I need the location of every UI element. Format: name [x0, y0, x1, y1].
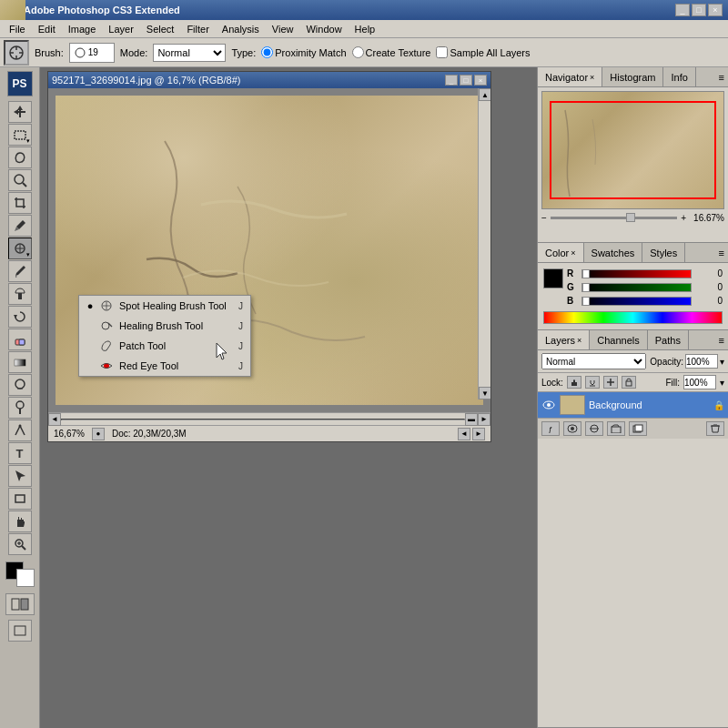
hand-tool[interactable] — [8, 511, 32, 532]
eraser-tool[interactable] — [8, 329, 32, 350]
menu-layer[interactable]: Layer — [103, 22, 139, 36]
menu-view[interactable]: View — [267, 22, 299, 36]
menu-filter[interactable]: Filter — [181, 22, 214, 36]
g-slider[interactable] — [581, 283, 692, 292]
lock-pixels-btn[interactable] — [585, 376, 600, 389]
layer-mask-btn[interactable] — [563, 421, 581, 436]
scroll-down[interactable]: ▼ — [479, 387, 490, 399]
navigator-options[interactable]: ≡ — [719, 72, 728, 83]
left-toolbar: PS ▾ — [0, 67, 40, 728]
tab-histogram[interactable]: Histogram — [602, 67, 663, 86]
delete-layer-btn[interactable] — [706, 421, 724, 436]
minimize-button[interactable]: _ — [675, 4, 690, 16]
opacity-arrow[interactable]: ▾ — [720, 357, 724, 367]
dodge-tool[interactable] — [8, 397, 32, 419]
scroll-up[interactable]: ▲ — [479, 88, 490, 101]
lock-position-btn[interactable] — [603, 376, 618, 389]
doc-minimize[interactable]: _ — [445, 75, 458, 86]
path-select-tool[interactable] — [8, 465, 32, 487]
color-close[interactable]: × — [571, 248, 575, 258]
r-slider[interactable] — [581, 269, 692, 278]
lock-all-btn[interactable] — [622, 376, 636, 389]
layer-visibility[interactable] — [541, 399, 556, 411]
stamp-tool[interactable] — [8, 283, 32, 305]
flyout-patch-tool[interactable]: Patch Tool J — [79, 336, 250, 356]
tab-layers[interactable]: Layers × — [538, 330, 590, 349]
color-fg-box[interactable] — [543, 268, 563, 288]
tab-swatches[interactable]: Swatches — [584, 243, 643, 262]
maximize-button[interactable]: □ — [692, 4, 706, 16]
doc-close[interactable]: × — [474, 75, 487, 86]
doc-maximize[interactable]: □ — [460, 75, 472, 86]
tab-color[interactable]: Color × — [538, 243, 584, 262]
prev-btn[interactable]: ◄ — [458, 428, 470, 440]
zoom-plus-icon[interactable]: + — [681, 213, 686, 223]
close-button[interactable]: × — [708, 4, 723, 16]
menu-window[interactable]: Window — [300, 22, 347, 36]
new-fill-adj-btn[interactable] — [585, 421, 603, 436]
color-spectrum[interactable] — [543, 311, 723, 324]
brush-tool[interactable] — [8, 260, 32, 282]
opacity-input[interactable] — [685, 354, 718, 369]
flyout-spot-healing[interactable]: ● Spot Healing Brush Tool J — [79, 296, 250, 316]
lock-transparent-btn[interactable] — [567, 376, 581, 389]
create-texture-radio[interactable]: Create Texture — [352, 46, 431, 58]
color-options[interactable]: ≡ — [719, 248, 728, 258]
next-btn[interactable]: ► — [472, 428, 485, 440]
menu-help[interactable]: Help — [349, 22, 381, 36]
doc-scrollbar-v[interactable]: ▲ ▼ — [478, 88, 490, 399]
tab-channels[interactable]: Channels — [590, 330, 647, 349]
rectangle-tool[interactable] — [8, 488, 32, 510]
brush-size-control[interactable]: 19 — [69, 43, 115, 63]
zoom-tool[interactable] — [8, 533, 32, 555]
marquee-tool[interactable]: ▾ — [8, 124, 32, 146]
menu-image[interactable]: Image — [63, 22, 102, 36]
sample-all-layers-check[interactable]: Sample All Layers — [436, 46, 530, 58]
menu-file[interactable]: File — [4, 22, 31, 36]
zoom-minus-icon[interactable]: − — [541, 213, 547, 223]
new-group-btn[interactable] — [607, 421, 625, 436]
proximity-match-radio[interactable]: Proximity Match — [261, 46, 346, 58]
new-layer-btn[interactable] — [629, 421, 647, 436]
lasso-tool[interactable] — [8, 147, 32, 168]
tab-paths[interactable]: Paths — [648, 330, 689, 349]
navigator-close[interactable]: × — [590, 73, 594, 82]
tab-info[interactable]: Info — [663, 67, 695, 86]
b-slider[interactable] — [581, 297, 692, 306]
healing-tool[interactable]: ▾ — [8, 238, 32, 259]
scroll-thumb[interactable]: ▬ — [465, 413, 478, 426]
blur-tool[interactable] — [8, 374, 32, 396]
crop-tool[interactable] — [8, 192, 32, 214]
quick-mask-mode[interactable] — [5, 593, 35, 615]
quick-select-tool[interactable] — [8, 169, 32, 191]
menu-select[interactable]: Select — [141, 22, 180, 36]
mode-select[interactable]: Normal — [153, 44, 226, 62]
type-tool[interactable]: T — [8, 442, 32, 464]
scroll-right[interactable]: ► — [478, 413, 490, 426]
flyout-healing-brush[interactable]: Healing Brush Tool J — [79, 316, 250, 336]
background-color[interactable] — [16, 569, 35, 587]
zoom-indicator[interactable]: ● — [92, 428, 105, 440]
screen-mode-btn[interactable] — [8, 620, 32, 642]
fill-input[interactable] — [683, 375, 716, 389]
eyedropper-tool[interactable] — [8, 215, 32, 237]
nav-zoom-slider[interactable] — [551, 217, 677, 219]
tab-navigator[interactable]: Navigator × — [538, 67, 602, 86]
layers-close[interactable]: × — [577, 336, 581, 345]
layers-options[interactable]: ≡ — [719, 335, 728, 346]
menu-edit[interactable]: Edit — [33, 22, 61, 36]
move-tool[interactable] — [8, 101, 32, 123]
menu-analysis[interactable]: Analysis — [217, 22, 265, 36]
tab-styles[interactable]: Styles — [642, 243, 685, 262]
blend-mode-select[interactable]: Normal — [541, 353, 646, 369]
fill-arrow[interactable]: ▾ — [720, 378, 724, 388]
gradient-tool[interactable] — [8, 351, 32, 373]
flyout-red-eye-tool[interactable]: Red Eye Tool J — [79, 356, 250, 376]
doc-scrollbar-h[interactable]: ◄ ▬ ► — [48, 412, 490, 425]
b-label: B — [567, 296, 578, 306]
scroll-left[interactable]: ◄ — [48, 413, 61, 426]
pen-tool[interactable] — [8, 420, 32, 441]
history-brush-tool[interactable] — [8, 306, 32, 328]
layer-row-background[interactable]: Background 🔒 — [538, 392, 728, 418]
layer-style-btn[interactable]: ƒ — [541, 421, 560, 436]
